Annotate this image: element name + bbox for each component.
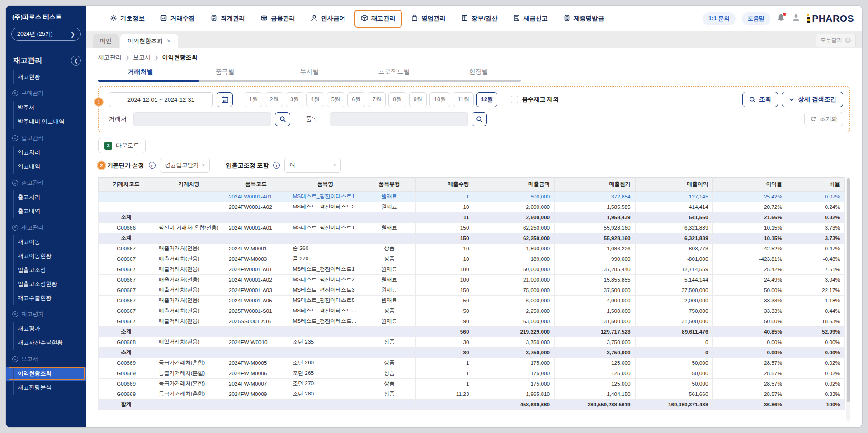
month-button-2월[interactable]: 2월 xyxy=(265,92,283,107)
sidebar-section-출고관리[interactable]: ≡출고관리 xyxy=(6,174,86,190)
client-search-button[interactable] xyxy=(275,112,290,126)
month-button-3월[interactable]: 3월 xyxy=(286,92,303,107)
search-button[interactable]: 조회 xyxy=(742,92,778,107)
sidebar-item-입출고조정현황[interactable]: 입출고조정현황 xyxy=(6,277,86,291)
tab-close-icon[interactable]: ✕ xyxy=(166,38,171,44)
item-input[interactable] xyxy=(330,112,468,126)
table-row[interactable]: G00669등급가거래처(혼합)2024FW-M0005조던 260상품1175… xyxy=(99,358,845,368)
column-header-품목명[interactable]: 품목명 xyxy=(288,178,363,192)
calendar-button[interactable] xyxy=(217,92,233,107)
table-row[interactable]: G00667매출거래처(전용)2024FW-M0001줌 260상품101,89… xyxy=(99,244,845,254)
month-button-12월[interactable]: 12월 xyxy=(476,92,497,107)
breadcrumb-보고서[interactable]: 보고서 xyxy=(133,53,151,61)
table-row[interactable]: 2024FW0001-A01MS테스트_평잔이테스트1원재료1500,00037… xyxy=(99,192,845,202)
top-menu-회계관리[interactable]: 회계관리 xyxy=(204,10,251,28)
top-menu-세금신고[interactable]: 세금신고 xyxy=(507,10,554,28)
date-range-input[interactable]: 2024-12-01 ~ 2024-12-31 xyxy=(109,92,213,107)
table-row[interactable]: G00669등급가거래처(혼합)2024FW-M0009조던 280상품11.2… xyxy=(99,389,845,400)
table-row[interactable]: G00667매출거래처(전용)2024FW-M0003줌 270상품10189,… xyxy=(99,254,845,264)
sidebar-item-발주서[interactable]: 발주서 xyxy=(6,101,86,115)
month-button-8월[interactable]: 8월 xyxy=(388,92,406,107)
notification-bell-icon[interactable] xyxy=(777,14,785,24)
month-button-6월[interactable]: 6월 xyxy=(347,92,365,107)
table-row[interactable]: G00667매출거래처(전용)2025SS0001-A16MS테스트_평잔이테스… xyxy=(99,316,845,327)
sidebar-section-재고평가[interactable]: ≡재고평가 xyxy=(6,305,86,322)
sidebar-item-출고내역[interactable]: 출고내역 xyxy=(6,204,86,218)
sidebar-collapse-button[interactable]: ❮ xyxy=(71,56,81,66)
top-menu-거래수집[interactable]: 거래수집 xyxy=(154,10,201,28)
pharos-logo[interactable]: PHAROS xyxy=(807,13,854,24)
subtab-프로젝트별[interactable]: 프로젝트별 xyxy=(352,66,436,80)
subtab-track[interactable] xyxy=(98,80,521,82)
sidebar-item-재고이동현황[interactable]: 재고이동현황 xyxy=(6,249,86,263)
total-row[interactable]: 합계458,639,660289,559,288.5619169,080,371… xyxy=(99,400,845,410)
subtotal-row[interactable]: 소계15062,250,00055,928,1606,321,83910.15%… xyxy=(99,233,845,244)
table-row[interactable]: G00667매출거래처(전용)2024FW0001-A01MS테스트_평잔이테스… xyxy=(99,264,845,275)
column-header-매출수량[interactable]: 매출수량 xyxy=(416,178,474,192)
table-row[interactable]: 2024FW0001-A02MS테스트_평잔이테스트2원재료102,000,00… xyxy=(99,202,845,212)
tab-메인[interactable]: 메인 xyxy=(93,34,119,48)
item-search-button[interactable] xyxy=(472,112,487,126)
fiscal-year-selector[interactable]: 2024년 (25기) ❯ xyxy=(11,28,81,41)
info-icon-2[interactable]: i xyxy=(273,162,280,169)
top-menu-인사급여[interactable]: 인사급여 xyxy=(304,10,352,28)
sidebar-item-재고잔량분석[interactable]: 재고잔량분석 xyxy=(6,381,86,395)
sidebar-item-입고처리[interactable]: 입고처리 xyxy=(6,146,86,160)
month-button-10월[interactable]: 10월 xyxy=(429,92,450,107)
table-scrollbar[interactable] xyxy=(846,177,850,421)
subtotal-row[interactable]: 소계303,750,0003,750,00000.00%0.00% xyxy=(99,348,845,358)
reset-button[interactable]: 초기화 xyxy=(804,112,843,126)
table-row[interactable]: G00667매출거래처(전용)2025FW0001-S01MS테스트_평잔이테스… xyxy=(99,306,845,316)
table-row[interactable]: G00667매출거래처(전용)2024FW0001-A05MS테스트_평잔이테스… xyxy=(99,296,845,306)
column-header-비율[interactable]: 비율 xyxy=(787,178,844,192)
month-button-7월[interactable]: 7월 xyxy=(368,92,386,107)
user-avatar-icon[interactable] xyxy=(792,13,801,24)
column-header-품목코드[interactable]: 품목코드 xyxy=(224,178,288,192)
sidebar-item-재고수불현황[interactable]: 재고수불현황 xyxy=(6,291,86,305)
inquiry-button[interactable]: 1:1 문의 xyxy=(703,12,736,25)
sidebar-item-이익현황조회[interactable]: 이익현황조회 xyxy=(6,367,86,381)
help-button[interactable]: 도움말 xyxy=(742,12,771,25)
top-menu-장부/결산[interactable]: 장부/결산 xyxy=(455,10,504,28)
sidebar-item-재고현황[interactable]: 재고현황 xyxy=(6,70,86,84)
sidebar-section-입고관리[interactable]: ≡입고관리 xyxy=(6,129,86,146)
column-header-거래처코드[interactable]: 거래처코드 xyxy=(99,178,154,192)
column-header-매출금액[interactable]: 매출금액 xyxy=(474,178,555,192)
sidebar-item-발주대비 입고내역[interactable]: 발주대비 입고내역 xyxy=(6,115,86,129)
table-row[interactable]: G00667매출거래처(전용)2024FW0001-A02MS테스트_평잔이테스… xyxy=(99,275,845,285)
column-header-거래처명[interactable]: 거래처명 xyxy=(154,178,224,192)
month-button-4월[interactable]: 4월 xyxy=(306,92,324,107)
sidebar-item-입고내역[interactable]: 입고내역 xyxy=(6,160,86,174)
top-menu-기초정보[interactable]: 기초정보 xyxy=(104,10,151,28)
client-input[interactable] xyxy=(133,112,271,126)
top-menu-금융관리[interactable]: W금융관리 xyxy=(254,10,302,28)
month-button-1월[interactable]: 1월 xyxy=(245,92,262,107)
month-button-5월[interactable]: 5월 xyxy=(327,92,344,107)
adjust-include-select[interactable]: 여 ▾ xyxy=(284,158,341,173)
breadcrumb-재고관리[interactable]: 재고관리 xyxy=(98,53,122,61)
scrollbar-thumb[interactable] xyxy=(847,178,850,402)
month-button-11월[interactable]: 11월 xyxy=(453,92,473,107)
subtotal-row[interactable]: 소계112,500,0001,958,439541,56021.66%0.32% xyxy=(99,212,845,223)
download-button[interactable]: X 다운로드 xyxy=(98,138,146,153)
subtab-부서별[interactable]: 부서별 xyxy=(267,66,352,80)
sidebar-item-입출고조정[interactable]: 입출고조정 xyxy=(6,263,86,277)
subtab-품목별[interactable]: 품목별 xyxy=(183,66,267,80)
column-header-매출이익[interactable]: 매출이익 xyxy=(635,178,713,192)
table-row[interactable]: G00669등급가거래처(혼합)2024FW-M0006조던 265상품1175… xyxy=(99,368,845,379)
base-price-select[interactable]: 평균입고단가 ▾ xyxy=(160,158,210,173)
sidebar-item-재고평가[interactable]: 재고평가 xyxy=(6,322,86,336)
info-icon[interactable]: i xyxy=(149,162,156,169)
table-row[interactable]: G00667매출거래처(전용)2024FW0001-A03MS테스트_평잔이테스… xyxy=(99,285,845,296)
sidebar-item-재고이동[interactable]: 재고이동 xyxy=(6,235,86,249)
sidebar-section-구매관리[interactable]: ≡구매관리 xyxy=(6,84,86,101)
table-row[interactable]: G00668매입거래처(전용)2024FW-W0010조던 235상품303,7… xyxy=(99,337,845,348)
subtotal-row[interactable]: 소계560219,329,000129,717,52389,611,47640.… xyxy=(99,327,845,337)
sidebar-section-재고관리[interactable]: ≡재고관리 xyxy=(6,218,86,235)
sidebar-section-보고서[interactable]: ≡보고서 xyxy=(6,350,86,367)
sidebar-item-재고자산수불현황[interactable]: 재고자산수불현황 xyxy=(6,336,86,350)
column-header-매출원가[interactable]: 매출원가 xyxy=(555,178,636,192)
sidebar-item-출고처리[interactable]: 출고처리 xyxy=(6,190,86,204)
column-header-이익률[interactable]: 이익률 xyxy=(713,178,787,192)
tab-이익현황조회[interactable]: 이익현황조회✕ xyxy=(120,34,178,48)
